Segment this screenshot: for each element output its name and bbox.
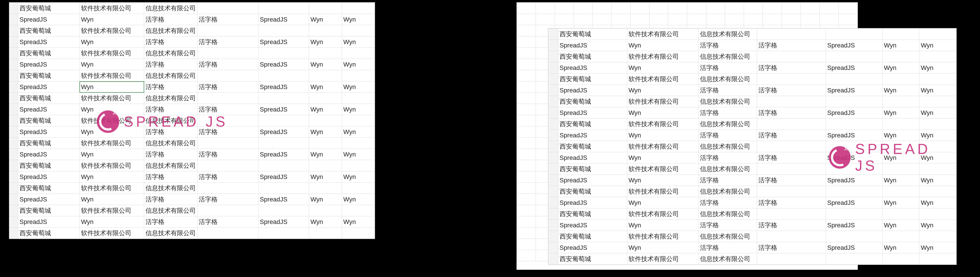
cell[interactable] [800,3,819,14]
cell[interactable]: Wyn [309,194,342,205]
cell[interactable]: 信息技术有限公司 [698,231,757,242]
cell[interactable]: SpreadJS [18,104,80,115]
row-header[interactable] [10,149,18,160]
cell[interactable] [920,118,956,130]
cell[interactable]: Wyn [342,59,375,70]
cell[interactable]: 信息技术有限公司 [698,51,757,62]
cell[interactable]: 活字格 [197,14,258,25]
cell[interactable] [668,3,687,14]
cell[interactable]: 活字格 [197,126,258,138]
cell[interactable]: 西安葡萄城 [558,96,627,107]
cell[interactable]: SpreadJS [258,126,309,138]
cell[interactable] [258,138,309,149]
row-header[interactable] [548,107,558,118]
cell[interactable]: Wyn [920,130,956,141]
cell[interactable]: Wyn [80,149,144,160]
cell[interactable]: SpreadJS [826,175,882,186]
cell[interactable] [920,74,956,85]
cell[interactable] [826,231,882,242]
cell[interactable]: 活字格 [698,62,757,74]
cell[interactable]: 软件技术有限公司 [80,138,144,149]
cell[interactable] [920,208,956,220]
cell[interactable]: SpreadJS [826,197,882,208]
cell[interactable] [826,96,882,107]
cell[interactable] [197,25,258,37]
row-header[interactable] [548,141,558,152]
cell[interactable] [687,14,706,25]
cell[interactable] [649,14,668,25]
cell[interactable] [838,3,858,14]
cell[interactable] [517,93,536,104]
cell[interactable] [920,163,956,175]
cell[interactable] [536,14,555,25]
cell[interactable] [555,14,574,25]
cell[interactable]: 活字格 [144,216,197,227]
cell[interactable]: 信息技术有限公司 [144,115,197,126]
cell[interactable]: 软件技术有限公司 [627,163,698,175]
cell[interactable] [883,141,920,152]
cell[interactable] [706,14,725,25]
cell[interactable]: 西安葡萄城 [558,29,627,40]
cell[interactable]: 活字格 [698,242,757,253]
cell[interactable] [826,186,882,197]
cell[interactable]: SpreadJS [18,82,80,93]
cell[interactable]: SpreadJS [826,85,882,96]
row-header[interactable] [10,3,18,14]
cell[interactable]: 西安葡萄城 [558,51,627,62]
cell[interactable]: 西安葡萄城 [18,3,80,14]
cell[interactable]: 西安葡萄城 [18,70,80,82]
cell[interactable]: Wyn [80,59,144,70]
cell[interactable]: SpreadJS [258,149,309,160]
cell[interactable] [826,74,882,85]
row-header[interactable] [10,14,18,25]
cell[interactable]: 活字格 [757,40,826,51]
row-header[interactable] [10,104,18,115]
cell[interactable]: Wyn [883,152,920,163]
cell[interactable]: 活字格 [698,107,757,118]
cell[interactable]: 活字格 [757,130,826,141]
cell[interactable]: 活字格 [757,220,826,231]
cell[interactable] [309,138,342,149]
cell[interactable] [517,194,536,205]
cell[interactable] [197,183,258,194]
cell[interactable]: Wyn [920,175,956,186]
cell[interactable]: Wyn [627,85,698,96]
cell[interactable]: SpreadJS [258,216,309,227]
cell[interactable]: Wyn [883,197,920,208]
cell[interactable]: 西安葡萄城 [558,208,627,220]
cell[interactable]: 软件技术有限公司 [627,186,698,197]
cell[interactable]: 软件技术有限公司 [80,3,144,14]
cell[interactable] [342,205,375,216]
cell[interactable]: Wyn [883,220,920,231]
cell[interactable] [517,82,536,93]
cell[interactable]: 西安葡萄城 [558,231,627,242]
cell[interactable]: Wyn [342,149,375,160]
cell[interactable] [757,186,826,197]
cell[interactable]: SpreadJS [18,37,80,48]
cell[interactable] [258,183,309,194]
cell[interactable] [197,93,258,104]
cell[interactable] [574,3,592,14]
cell[interactable]: 软件技术有限公司 [80,115,144,126]
cell[interactable]: Wyn [920,220,956,231]
cell[interactable]: 活字格 [144,14,197,25]
cell[interactable] [883,231,920,242]
cell[interactable]: SpreadJS [558,40,627,51]
cell[interactable]: SpreadJS [18,194,80,205]
cell[interactable]: 西安葡萄城 [558,74,627,85]
cell[interactable] [517,149,536,160]
cell[interactable] [757,231,826,242]
cell[interactable] [517,205,536,216]
cell[interactable] [197,138,258,149]
cell[interactable]: 西安葡萄城 [18,93,80,104]
cell[interactable]: 活字格 [144,59,197,70]
cell[interactable]: 信息技术有限公司 [698,74,757,85]
cell[interactable]: 信息技术有限公司 [144,160,197,171]
cell[interactable] [517,48,536,59]
cell[interactable]: 软件技术有限公司 [627,96,698,107]
cell[interactable]: Wyn [342,126,375,138]
cell[interactable] [258,227,309,239]
cell[interactable]: 信息技术有限公司 [698,118,757,130]
cell[interactable]: 软件技术有限公司 [627,253,698,265]
cell[interactable]: SpreadJS [826,40,882,51]
